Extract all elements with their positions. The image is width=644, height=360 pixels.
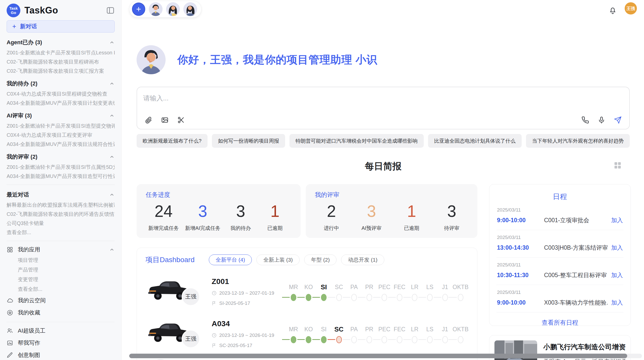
join-meeting-link[interactable]: 加入 xyxy=(611,299,623,307)
suggestion-chip[interactable]: 比亚迪全固态电池计划具体说了什么 xyxy=(428,134,522,148)
filter-chip[interactable]: 动总开发 (1) xyxy=(341,254,384,265)
logo-line-2: Go xyxy=(11,10,16,15)
left-column: 任务进度 24 新增完成任务 3 新增AI xyxy=(137,184,477,360)
section-my-review[interactable]: 我的评审 (2) xyxy=(7,153,115,161)
milestone: PR xyxy=(362,283,377,301)
schedule-time: 9:00-10:00 xyxy=(497,217,544,224)
schedule-date: 2025/03/11 xyxy=(497,262,623,268)
users-icon xyxy=(7,327,13,334)
user-avatar[interactable]: 王强 xyxy=(625,2,637,14)
milestone-dot xyxy=(458,336,463,343)
recent-chat-item[interactable]: 解释最新出台的欧盟报废车法规再生塑料比例被调至15%... xyxy=(7,202,115,208)
recent-chat-item[interactable]: 公司Q3轻卡销量 xyxy=(7,220,115,226)
sidebar-header: Task Go TaskGo xyxy=(7,4,115,17)
section-ai-review[interactable]: AI评审 (3) xyxy=(7,112,115,119)
project-row-a034[interactable]: 王强 A034 2023-12-19 ~ 2026-01-19 SC-2025-… xyxy=(145,318,469,350)
plus-icon xyxy=(11,24,17,29)
stat-label: 新增完成任务 xyxy=(148,225,179,232)
milestone-label: MR xyxy=(286,325,301,334)
sidebar-item-cloud-space[interactable]: 我的云空间 xyxy=(7,297,115,304)
sidebar-task-item[interactable]: Z001-全新燃油轻卡产品开发项目SI节点属性5D文件评审 xyxy=(7,164,115,170)
suggestion-chip[interactable]: 欧洲新规最近颁布了什么? xyxy=(137,134,208,148)
sidebar-item-label: AI超级员工 xyxy=(18,327,46,334)
sidebar-item-favorites[interactable]: 我的收藏 xyxy=(7,309,115,316)
milestone: OKTB xyxy=(452,283,469,301)
insert-image-button[interactable] xyxy=(160,115,170,125)
section-my-todo[interactable]: 我的待办 (2) xyxy=(7,80,115,87)
project-code: Z001 xyxy=(212,277,279,286)
apps-grid-icon xyxy=(7,246,13,253)
app-item[interactable]: 变更管理 xyxy=(18,277,115,282)
schedule-event-title: C005-整车工程目标评审 xyxy=(544,271,608,279)
scissors-icon xyxy=(177,116,185,124)
logo-line-1: Task xyxy=(9,6,18,10)
pen-icon xyxy=(7,352,13,358)
suggestion-chip[interactable]: 当下年轻人对汽车外观有怎样的喜好趋势 xyxy=(526,134,630,148)
join-meeting-link[interactable]: 加入 xyxy=(611,244,623,252)
panel-collapse-icon xyxy=(106,6,115,15)
milestone-dot xyxy=(458,294,463,301)
recent-chat-item[interactable]: C02-飞腾新能源轻客改款项目的闭环通告反馈情况 xyxy=(7,211,115,217)
sidebar-task-item[interactable]: C0X4-动力总成开发项目工程变更评审 xyxy=(7,132,115,138)
schedule-item: 2025/03/11 9:00-10:00 X003-车辆动力学性能验... 加… xyxy=(496,285,623,312)
milestone-label: SC xyxy=(331,325,347,334)
add-agent-button[interactable] xyxy=(132,3,145,16)
suggestion-chip[interactable]: 如何写一份清晰的项目周报 xyxy=(212,134,285,148)
notifications-button[interactable] xyxy=(608,6,617,15)
attach-button[interactable] xyxy=(144,115,153,125)
schedule-event-title: C003|H0B-方案冻结评审 xyxy=(544,244,608,252)
section-agent-done[interactable]: Agent已办 (3) xyxy=(7,39,115,46)
plus-icon xyxy=(135,6,142,13)
sidebar-collapse-button[interactable] xyxy=(106,6,115,15)
sidebar-task-item[interactable]: A034-全新新能源MUV产品开发项目计划变更表编写 xyxy=(7,100,115,106)
stat-item: 3 新增AI完成任务 xyxy=(185,201,221,232)
horizontal-scrollbar-track[interactable] xyxy=(129,354,642,358)
sidebar-task-item[interactable]: C02-飞腾新能源轻客改款项目里程碑画布 xyxy=(7,59,115,65)
sidebar-task-item[interactable]: A034-全新新能源MUV产品开发项目造型可行性评审 xyxy=(7,173,115,179)
sidebar-task-item[interactable]: Z001-全新燃油皮卡产品开发项目SI节点Lesson Learn报告 xyxy=(7,50,115,55)
ai-review-list: Z001-全新燃油轻卡产品开发项目SI造型提交物评审C0X4-动力总成开发项目工… xyxy=(7,123,115,147)
hero-greeting-block: 你好，王强，我是你的项目管理助理 小识 xyxy=(137,45,377,74)
join-meeting-link[interactable]: 加入 xyxy=(611,271,623,279)
milestone-label: PEC xyxy=(377,325,392,334)
chat-input[interactable] xyxy=(137,87,629,111)
chevron-up-icon xyxy=(109,81,115,86)
section-title: 我的待办 (2) xyxy=(7,80,37,87)
suggestion-chip[interactable]: 特朗普可能对进口汽车增税会对中国车企造成哪些影响 xyxy=(289,134,424,148)
project-row-z001[interactable]: 王强 Z001 2023-12-19 ~ 2027-01-19 SI-2025-… xyxy=(145,276,469,307)
filter-chip[interactable]: 全新上装 (3) xyxy=(256,254,300,265)
sidebar-item-creative-drawing[interactable]: 创意制图 xyxy=(7,352,115,359)
stat-label: 进行中 xyxy=(317,225,345,232)
new-chat-button[interactable]: 新对话 xyxy=(7,20,115,33)
send-button[interactable] xyxy=(613,115,623,125)
agent-avatar-3[interactable] xyxy=(183,2,197,16)
app-item[interactable]: 查看全部... xyxy=(18,286,115,292)
sidebar-task-item[interactable]: C02-飞腾新能源轻客改款项目立项汇报方案 xyxy=(7,68,115,74)
voice-call-button[interactable] xyxy=(580,115,590,125)
sidebar-task-item[interactable]: A034-全新新能源MUV产品开发项目法规符合性评审 xyxy=(7,141,115,147)
view-all-schedule-link[interactable]: 查看所有日程 xyxy=(496,312,623,326)
sidebar-item-my-apps[interactable]: 我的应用 xyxy=(7,246,115,253)
agent-avatar-2[interactable] xyxy=(166,2,180,16)
section-recent-chats[interactable]: 最近对话 xyxy=(7,191,115,199)
filter-chip[interactable]: 年型 (2) xyxy=(304,254,337,265)
snippet-button[interactable] xyxy=(176,115,186,125)
app-item[interactable]: 项目管理 xyxy=(18,257,115,263)
layout-switch-button[interactable] xyxy=(613,161,622,169)
avatar-assistant-icon xyxy=(137,45,166,74)
join-meeting-link[interactable]: 加入 xyxy=(611,216,623,224)
agent-done-list: Z001-全新燃油皮卡产品开发项目SI节点Lesson Learn报告C02-飞… xyxy=(7,50,115,74)
horizontal-scrollbar-thumb[interactable] xyxy=(129,354,627,358)
recent-chat-item[interactable]: 查看全部... xyxy=(7,230,115,235)
app-item[interactable]: 产品管理 xyxy=(18,267,115,273)
sidebar-task-item[interactable]: C0X4-动力总成开发项目SI里程碑提交物检查 xyxy=(7,91,115,97)
filter-chip[interactable]: 全新平台 (4) xyxy=(209,254,252,265)
sidebar-item-ai-super-staff[interactable]: AI超级员工 xyxy=(7,327,115,334)
microphone-button[interactable] xyxy=(597,115,606,125)
schedule-date: 2025/03/11 xyxy=(497,235,623,240)
agent-avatar-1[interactable] xyxy=(149,2,163,16)
sidebar-item-help-me-write[interactable]: 帮我写作 xyxy=(7,339,115,347)
taskgo-logo: Task Go xyxy=(7,4,20,17)
sidebar-task-item[interactable]: Z001-全新燃油轻卡产品开发项目SI造型提交物评审 xyxy=(7,123,115,129)
project-dashboard-card: 项目Dashboard 全新平台 (4)全新上装 (3)年型 (2)动总开发 (… xyxy=(137,248,477,360)
